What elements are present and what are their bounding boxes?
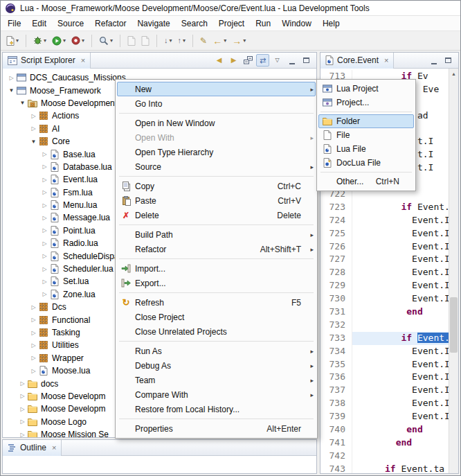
submenu-item-project[interactable]: Project... [318,96,414,109]
context-menu-item-copy[interactable]: CopyCtrl+C [117,179,316,193]
submenu-item-folder[interactable]: Folder [318,114,414,128]
toolbar-last-edit-location-button[interactable]: ✎ [198,33,209,49]
tab-outline[interactable]: Outline × [3,440,62,456]
explorer-minimize-button[interactable] [285,54,298,67]
scrollbar-up-icon[interactable]: ▲ [449,69,458,78]
tab-core-event[interactable]: Core.Event × [320,53,394,69]
context-menu-item-close-project[interactable]: Close Project [117,310,316,324]
collapsed-arrow-icon[interactable]: ▷ [40,164,49,170]
context-menu-item-go-into[interactable]: Go Into [117,96,316,111]
collapsed-arrow-icon[interactable]: ▷ [29,355,38,361]
explorer-back-button[interactable]: ◀ [213,54,226,67]
collapsed-arrow-icon[interactable]: ▷ [18,418,27,425]
collapsed-arrow-icon[interactable]: ▷ [40,189,49,195]
submenu-item-file[interactable]: File [318,128,414,142]
collapsed-arrow-icon[interactable]: ▷ [29,330,38,336]
collapsed-arrow-icon[interactable]: ▷ [40,291,49,297]
context-menu-item-refactor[interactable]: RefactorAlt+Shift+T▸ [117,242,316,256]
context-menu-item-close-unrelated-projects[interactable]: Close Unrelated Projects [117,324,316,339]
menu-project[interactable]: Project [213,17,250,30]
toolbar-run-button[interactable]: ▾ [50,33,68,49]
toolbar-mark-occurrences-button[interactable] [139,33,152,49]
context-menu-item-delete[interactable]: ✗DeleteDelete [117,208,316,222]
collapsed-arrow-icon[interactable]: ▷ [7,75,16,81]
collapsed-arrow-icon[interactable]: ▷ [29,342,38,349]
collapsed-arrow-icon[interactable]: ▷ [29,368,38,374]
collapsed-arrow-icon[interactable]: ▷ [40,240,49,247]
context-menu-item-properties[interactable]: PropertiesAlt+Enter [117,421,316,436]
collapsed-arrow-icon[interactable]: ▷ [40,215,49,221]
collapsed-arrow-icon[interactable]: ▷ [40,202,49,209]
context-menu-item-new[interactable]: New▸ [117,82,316,96]
explorer-collapse-all-button[interactable] [242,54,255,67]
collapsed-arrow-icon[interactable]: ▷ [40,279,49,285]
menu-source[interactable]: Source [52,17,89,30]
collapsed-arrow-icon[interactable]: ▷ [18,406,27,412]
context-menu-item-source[interactable]: Source▸ [117,159,316,174]
toolbar-search-button[interactable]: ▾ [97,33,115,49]
collapsed-arrow-icon[interactable]: ▷ [40,177,49,183]
toolbar-previous-annotation-button[interactable]: ↑▾ [176,33,188,49]
minimize-button[interactable] [427,54,440,67]
menu-file[interactable]: File [2,17,26,30]
menu-refactor[interactable]: Refactor [89,17,132,30]
toolbar-back-button[interactable]: ←▾ [210,33,228,49]
explorer-view-menu-button[interactable]: ▽ [271,54,284,67]
context-menu-item-import[interactable]: Import... [117,261,316,276]
menu-help[interactable]: Help [317,17,345,30]
close-icon[interactable]: × [81,56,85,64]
menu-edit[interactable]: Edit [26,17,52,30]
context-menu-item-compare-with[interactable]: Compare With▸ [117,387,316,402]
explorer-maximize-button[interactable] [300,54,313,67]
context-menu-item-debug-as[interactable]: Debug As▸ [117,358,316,373]
submenu-item-other[interactable]: Other...Ctrl+N [318,175,414,188]
collapsed-arrow-icon[interactable]: ▷ [29,113,38,119]
menu-window[interactable]: Window [276,17,317,30]
expanded-arrow-icon[interactable]: ▼ [29,139,38,145]
toolbar-debug-button[interactable]: ▾ [31,33,48,49]
context-menu-item-team[interactable]: Team▸ [117,373,316,387]
maximize-button[interactable] [442,54,455,67]
context-menu-item-paste[interactable]: PasteCtrl+V [117,193,316,208]
collapsed-arrow-icon[interactable]: ▷ [29,125,38,132]
context-menu-item-open-in-new-window[interactable]: Open in New Window [117,116,316,130]
context-menu-item-open-type-hierarchy[interactable]: Open Type Hierarchy [117,145,316,159]
explorer-link-with-editor-button[interactable]: ⇄ [256,54,269,67]
context-menu-item-export[interactable]: Export... [117,276,316,290]
context-menu-item-open-with[interactable]: Open With▸ [117,130,316,145]
toolbar-profile-button[interactable]: ▾ [69,33,87,49]
collapsed-arrow-icon[interactable]: ▷ [40,266,49,272]
context-menu-item-run-as[interactable]: Run As▸ [117,344,316,358]
collapsed-arrow-icon[interactable]: ▷ [40,151,49,157]
context-menu-item-build-path[interactable]: Build Path▸ [117,227,316,242]
explorer-forward-button[interactable]: ▶ [227,54,240,67]
context-menu-item-refresh[interactable]: ↻RefreshF5 [117,295,316,310]
submenu-item-lua-file[interactable]: Lua File [318,142,414,156]
code-token: Event.I [352,411,449,421]
toolbar-forward-button[interactable]: →▾ [230,33,248,49]
collapsed-arrow-icon[interactable]: ▷ [40,227,49,233]
toolbar-open-element-button[interactable] [125,33,138,49]
collapsed-arrow-icon[interactable]: ▷ [18,432,27,437]
editor-scrollbar[interactable]: ▲ [449,69,458,473]
collapsed-arrow-icon[interactable]: ▷ [29,317,38,323]
tab-script-explorer[interactable]: Script Explorer × [3,53,91,69]
menu-run[interactable]: Run [250,17,276,30]
menu-navigate[interactable]: Navigate [132,17,175,30]
toolbar-next-annotation-button[interactable]: ↓▾ [162,33,174,49]
refresh-icon: ↻ [119,298,133,307]
expanded-arrow-icon[interactable]: ▼ [18,100,27,106]
toolbar-new-wizard-button[interactable]: ▾ [4,33,21,49]
scrollbar-thumb[interactable] [450,297,458,353]
submenu-item-lua-project[interactable]: Lua Project [318,82,414,96]
expanded-arrow-icon[interactable]: ▼ [7,87,16,94]
submenu-item-doclua-file[interactable]: DocLua File [318,156,414,170]
collapsed-arrow-icon[interactable]: ▷ [18,393,27,399]
menu-search[interactable]: Search [176,17,213,30]
close-icon[interactable]: × [384,56,388,64]
context-menu-item-restore-from-local-history[interactable]: Restore from Local History... [117,402,316,416]
collapsed-arrow-icon[interactable]: ▷ [40,253,49,259]
collapsed-arrow-icon[interactable]: ▷ [29,304,38,310]
collapsed-arrow-icon[interactable]: ▷ [18,380,27,387]
close-icon[interactable]: × [52,443,56,452]
